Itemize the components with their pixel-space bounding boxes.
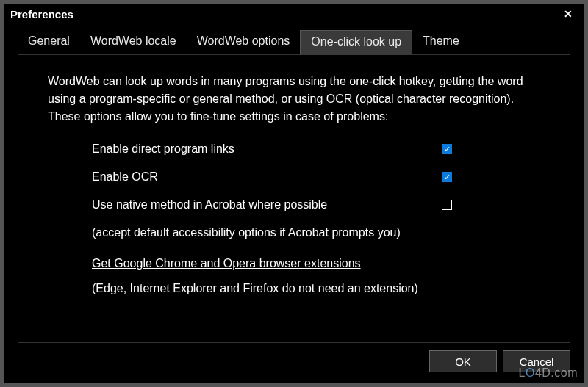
option-enable-ocr: Enable OCR ✓: [92, 168, 540, 186]
close-icon[interactable]: ✕: [557, 7, 579, 21]
preferences-window: Preferences ✕ General WordWeb locale Wor…: [4, 4, 584, 383]
tab-general[interactable]: General: [18, 30, 80, 55]
option-enable-direct-program-links: Enable direct program links ✓: [92, 140, 540, 158]
option-use-native-acrobat: Use native method in Acrobat where possi…: [92, 196, 540, 214]
tab-wordweb-locale[interactable]: WordWeb locale: [80, 30, 187, 55]
tab-one-click-lookup[interactable]: One-click look up: [300, 30, 412, 55]
checkbox-enable-direct-program-links[interactable]: ✓: [442, 144, 452, 154]
option-label: Enable direct program links: [92, 140, 234, 158]
cancel-button[interactable]: Cancel: [503, 350, 570, 372]
tab-wordweb-options[interactable]: WordWeb options: [187, 30, 301, 55]
checkbox-use-native-acrobat[interactable]: [442, 200, 452, 210]
checkbox-enable-ocr[interactable]: ✓: [442, 172, 452, 182]
browser-extensions-link[interactable]: Get Google Chrome and Opera browser exte…: [92, 255, 361, 272]
tab-panel-one-click-lookup: WordWeb can look up words in many progra…: [18, 55, 570, 343]
option-label: Use native method in Acrobat where possi…: [92, 196, 327, 214]
option-label: Enable OCR: [92, 168, 158, 186]
tab-theme[interactable]: Theme: [412, 30, 470, 55]
tabs-container: General WordWeb locale WordWeb options O…: [4, 23, 584, 55]
tabs: General WordWeb locale WordWeb options O…: [18, 29, 570, 55]
extensions-note: (Edge, Internet Explorer and Firefox do …: [92, 280, 540, 297]
panel-description: WordWeb can look up words in many progra…: [48, 73, 540, 126]
ok-button[interactable]: OK: [429, 350, 497, 372]
titlebar: Preferences ✕: [4, 4, 584, 23]
dialog-buttons: OK Cancel: [4, 350, 584, 383]
options-group: Enable direct program links ✓ Enable OCR…: [48, 140, 540, 297]
acrobat-note: (accept default accessibility options if…: [92, 224, 540, 242]
window-title: Preferences: [10, 8, 74, 21]
